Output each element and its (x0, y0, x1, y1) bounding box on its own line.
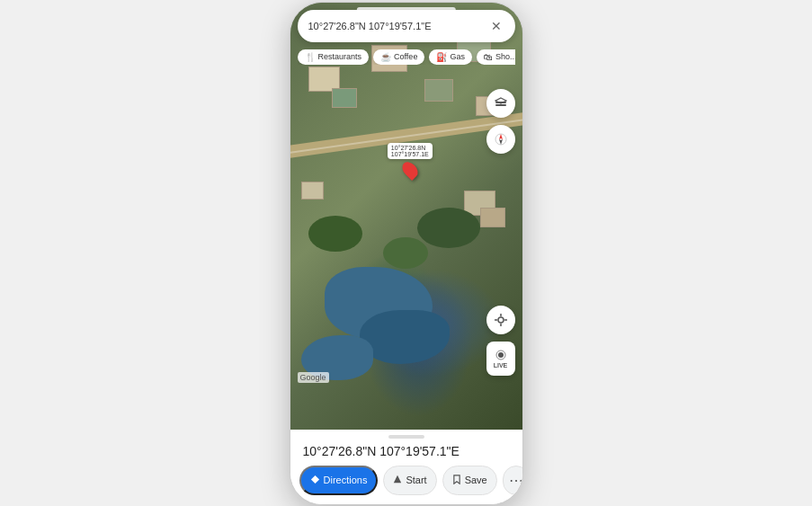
pill-restaurants[interactable]: 🍴 Restaurants (298, 49, 370, 65)
start-button[interactable]: Start (383, 466, 436, 495)
svg-marker-14 (394, 475, 401, 483)
building (424, 79, 453, 102)
bottom-panel: 10°27'26.8"N 107°19'57.1"E Directions St… (290, 430, 522, 504)
search-coordinates: 10°27'26.8"N 107°19'57.1"E (308, 21, 488, 31)
pill-shopping[interactable]: 🛍 Sho... (477, 49, 515, 65)
phone-container: TAPHOATU CHONHUUTRI 10°27'26.8"N 107°19'… (290, 2, 523, 505)
location-pin: 10°27'26.8N 107°19'57.1E (388, 143, 433, 179)
pin-coord-line1: 10°27'26.8N (391, 145, 429, 151)
directions-icon (310, 475, 320, 486)
svg-rect-1 (495, 104, 506, 106)
coffee-icon: ☕ (380, 52, 391, 62)
restaurants-icon: 🍴 (305, 52, 316, 62)
svg-marker-5 (499, 139, 503, 145)
google-watermark: Google (298, 372, 329, 383)
pill-gas-label: Gas (450, 52, 465, 61)
save-button[interactable]: Save (442, 466, 497, 495)
vegetation (383, 237, 428, 269)
pin-bubble: 10°27'26.8N 107°19'57.1E (388, 143, 433, 159)
more-button[interactable]: ⋯ (503, 466, 522, 495)
category-pills: 🍴 Restaurants ☕ Coffee ⛽ Gas 🛍 Sho... (298, 49, 515, 65)
pill-gas[interactable]: ⛽ Gas (429, 49, 472, 65)
location-button[interactable] (486, 306, 515, 334)
svg-marker-4 (499, 134, 503, 139)
live-button[interactable]: LIVE (486, 342, 515, 376)
more-icon: ⋯ (509, 472, 522, 489)
search-bar[interactable]: 10°27'26.8"N 107°19'57.1"E ✕ (298, 10, 515, 42)
pill-shopping-label: Sho... (495, 52, 515, 61)
building (480, 208, 505, 227)
pin-marker (399, 159, 421, 181)
svg-marker-13 (310, 475, 318, 483)
building (332, 88, 357, 108)
svg-point-6 (498, 317, 504, 323)
save-label: Save (465, 475, 487, 485)
pill-coffee-label: Coffee (394, 52, 417, 61)
shopping-icon: 🛍 (484, 52, 493, 62)
pill-coffee[interactable]: ☕ Coffee (373, 49, 424, 65)
coordinates-title: 10°27'26.8"N 107°19'57.1"E (290, 439, 522, 462)
compass-button[interactable] (486, 125, 515, 154)
pill-restaurants-label: Restaurants (318, 52, 362, 61)
vegetation (308, 216, 362, 252)
map-controls-bottom: LIVE (486, 306, 515, 376)
start-label: Start (406, 475, 426, 485)
action-buttons: Directions Start Save ⋯ (290, 462, 522, 504)
start-icon (393, 475, 402, 485)
directions-button[interactable]: Directions (299, 466, 379, 495)
directions-label: Directions (324, 475, 368, 485)
map-area[interactable]: TAPHOATU CHONHUUTRI 10°27'26.8"N 107°19'… (290, 3, 522, 430)
map-controls-top (486, 89, 515, 154)
layers-button[interactable] (486, 89, 515, 118)
gas-icon: ⛽ (436, 52, 447, 62)
close-button[interactable]: ✕ (488, 18, 504, 34)
save-icon (452, 475, 461, 486)
live-label: LIVE (494, 362, 508, 368)
vegetation (417, 208, 480, 248)
svg-point-11 (498, 352, 504, 358)
pin-coord-line2: 107°19'57.1E (391, 151, 429, 157)
building (301, 182, 324, 200)
